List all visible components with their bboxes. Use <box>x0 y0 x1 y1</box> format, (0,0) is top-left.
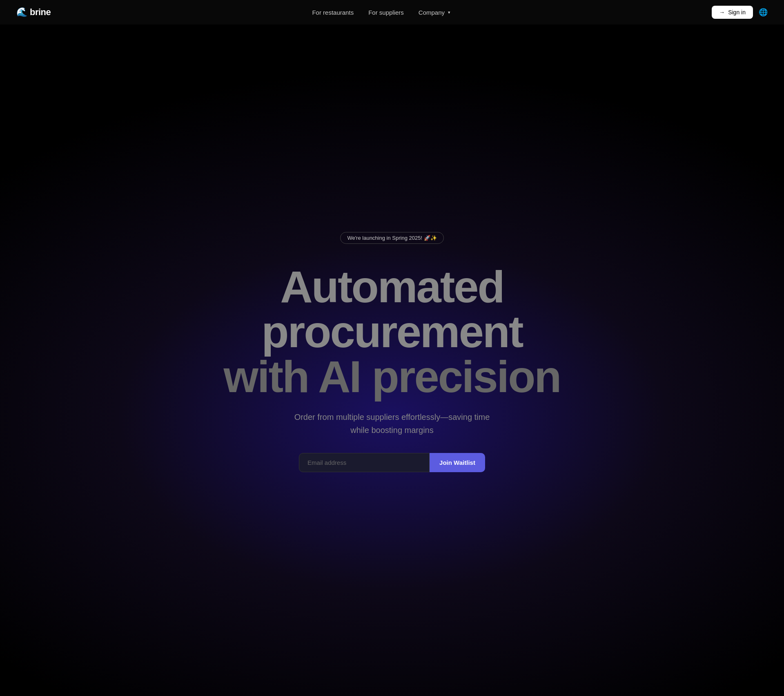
nav-links: For restaurants For suppliers Company ▾ <box>312 9 450 16</box>
email-input[interactable] <box>299 453 430 472</box>
navbar: 🌊 brine For restaurants For suppliers Co… <box>0 0 784 25</box>
signin-icon: → <box>719 9 725 16</box>
logo: 🌊 brine <box>16 7 51 18</box>
logo-text: brine <box>30 7 51 18</box>
nav-right: → Sign in 🌐 <box>712 6 768 19</box>
nav-company[interactable]: Company ▾ <box>419 9 450 16</box>
chevron-down-icon: ▾ <box>448 10 450 15</box>
hero-subtitle: Order from multiple suppliers effortless… <box>294 410 490 437</box>
nav-for-restaurants[interactable]: For restaurants <box>312 9 354 16</box>
logo-icon: 🌊 <box>16 7 27 18</box>
hero-form: Join Waitlist <box>299 453 485 472</box>
waitlist-button[interactable]: Join Waitlist <box>430 453 485 472</box>
launch-badge: We're launching in Spring 2025! 🚀✨ <box>340 232 443 244</box>
nav-for-suppliers[interactable]: For suppliers <box>368 9 404 16</box>
hero-section: We're launching in Spring 2025! 🚀✨ Autom… <box>0 0 784 696</box>
signin-button[interactable]: → Sign in <box>712 6 753 19</box>
hero-title: Automated procurement with AI precision <box>167 264 617 399</box>
globe-button[interactable]: 🌐 <box>759 8 768 17</box>
